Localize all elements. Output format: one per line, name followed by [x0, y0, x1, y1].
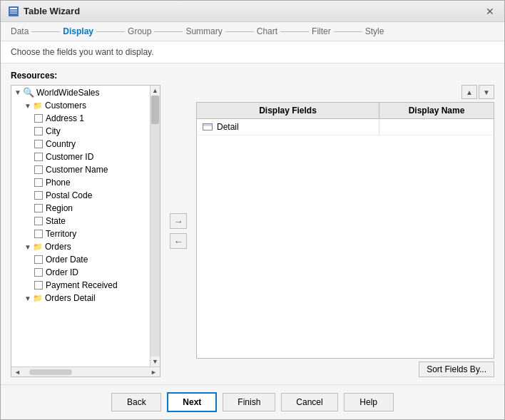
tree-field-customername[interactable]: Customer Name [11, 163, 150, 176]
checkbox-paymentreceived[interactable] [34, 281, 43, 290]
checkbox-territory[interactable] [34, 230, 43, 238]
tree-field-state[interactable]: State [11, 215, 150, 227]
toggle-customers: ▼ [24, 102, 31, 110]
svg-rect-1 [10, 8, 17, 9]
tab-sep-1 [31, 31, 60, 32]
table-wizard-dialog: Table Wizard ✕ Data Display Group Summar… [0, 0, 505, 420]
tree-field-city[interactable]: City [11, 125, 150, 138]
label-region: Region [46, 203, 73, 213]
checkbox-city[interactable] [34, 127, 43, 135]
checkbox-customername[interactable] [34, 165, 43, 174]
horiz-scroll-thumb[interactable] [29, 369, 72, 375]
tree-field-phone[interactable]: Phone [11, 176, 150, 189]
scroll-track[interactable] [151, 96, 160, 357]
label-paymentreceived: Payment Received [46, 280, 118, 290]
wizard-tabs: Data Display Group Summary Chart Filter … [1, 22, 504, 41]
detail-icon [203, 123, 213, 130]
toggle-ordersdetail: ▼ [24, 294, 31, 302]
sort-btn-row: Sort Fields By... [196, 362, 494, 377]
remove-field-button[interactable]: ← [170, 233, 187, 249]
horiz-right-arrows: ► [149, 369, 158, 376]
svg-rect-4 [10, 13, 17, 14]
tab-chart[interactable]: Chart [257, 26, 277, 36]
tree-label-orders: Orders [45, 242, 71, 252]
checkbox-phone[interactable] [34, 178, 43, 187]
tree-field-country[interactable]: Country [11, 138, 150, 150]
main-panels: ▼ 🔍 WorldWideSales ▼ 📁 Customers [11, 85, 494, 377]
fields-table-header: Display Fields Display Name [197, 103, 494, 119]
scroll-up-arrow[interactable]: ▲ [151, 86, 160, 96]
label-customername: Customer Name [46, 165, 108, 175]
next-button[interactable]: Next [167, 392, 217, 412]
content-area: Resources: ▼ 🔍 WorldWideSales ▼ [1, 63, 504, 384]
tree-label-customers: Customers [45, 101, 86, 111]
tree-root[interactable]: ▼ 🔍 WorldWideSales [11, 86, 150, 99]
checkbox-region[interactable] [34, 204, 43, 212]
col-display-fields: Display Fields [197, 103, 379, 118]
checkbox-orderid[interactable] [34, 268, 43, 277]
tab-group[interactable]: Group [128, 26, 151, 36]
tab-display[interactable]: Display [63, 26, 93, 36]
tab-data[interactable]: Data [11, 26, 29, 36]
toggle-orders: ▼ [24, 243, 31, 251]
back-button[interactable]: Back [111, 393, 161, 411]
folder-ordersdetail-icon: 📁 [33, 294, 43, 303]
finish-button[interactable]: Finish [223, 393, 275, 411]
display-name-input[interactable] [385, 122, 488, 132]
scroll-down-arrow[interactable]: ▼ [151, 357, 160, 367]
tree-node-customers[interactable]: ▼ 📁 Customers [11, 99, 150, 112]
add-field-button[interactable]: → [170, 213, 187, 229]
label-orderdate: Order Date [46, 255, 88, 265]
dialog-title: Table Wizard [24, 6, 80, 16]
right-panel: ▲ ▼ Display Fields Display Name Detail [196, 85, 494, 377]
fields-table: Display Fields Display Name Detail [196, 102, 494, 359]
close-button[interactable]: ✕ [483, 4, 497, 19]
tree-field-region[interactable]: Region [11, 202, 150, 215]
label-address1: Address 1 [46, 113, 84, 123]
tab-sep-2 [96, 31, 125, 32]
scroll-thumb[interactable] [151, 96, 159, 124]
search-icon: 🔍 [23, 87, 34, 98]
tab-filter[interactable]: Filter [312, 26, 331, 36]
tab-style[interactable]: Style [365, 26, 384, 36]
sort-fields-button[interactable]: Sort Fields By... [419, 362, 494, 377]
fields-table-body: Detail [197, 119, 494, 358]
resources-label: Resources: [11, 71, 494, 81]
left-panel-scrollbar[interactable]: ▲ ▼ [150, 86, 160, 367]
folder-icon: 📁 [33, 101, 43, 111]
checkbox-postalcode[interactable] [34, 191, 43, 200]
checkbox-country[interactable] [34, 140, 43, 148]
label-city: City [46, 126, 61, 136]
svg-rect-3 [10, 11, 17, 12]
move-down-button[interactable]: ▼ [479, 85, 494, 99]
cancel-button[interactable]: Cancel [281, 393, 337, 411]
move-up-button[interactable]: ▲ [461, 85, 477, 99]
wizard-icon [8, 6, 19, 17]
checkbox-customerid[interactable] [34, 153, 43, 161]
scroll-right-arrow[interactable]: ► [149, 369, 158, 376]
tree-content: ▼ 🔍 WorldWideSales ▼ 📁 Customers [11, 86, 150, 367]
tree-field-customerid[interactable]: Customer ID [11, 150, 150, 163]
tab-summary[interactable]: Summary [185, 26, 222, 36]
tree-label-ordersdetail: Orders Detail [45, 293, 96, 303]
tree-node-orders[interactable]: ▼ 📁 Orders [11, 240, 150, 253]
tab-sep-5 [280, 31, 309, 32]
label-orderid: Order ID [46, 267, 78, 277]
table-row[interactable]: Detail [197, 119, 494, 135]
tree-field-orderdate[interactable]: Order Date [11, 253, 150, 266]
label-customerid: Customer ID [46, 152, 93, 162]
checkbox-address1[interactable] [34, 114, 43, 123]
title-bar-left: Table Wizard [8, 6, 80, 17]
scroll-left-arrow[interactable]: ◄ [13, 369, 22, 376]
tree-field-postalcode[interactable]: Postal Code [11, 189, 150, 202]
tree-node-ordersdetail[interactable]: ▼ 📁 Orders Detail [11, 292, 150, 304]
tree-field-orderid[interactable]: Order ID [11, 266, 150, 279]
tree-field-territory[interactable]: Territory [11, 227, 150, 240]
tree-field-paymentreceived[interactable]: Payment Received [11, 279, 150, 292]
checkbox-state[interactable] [34, 217, 43, 225]
checkbox-orderdate[interactable] [34, 255, 43, 264]
tree-field-address1[interactable]: Address 1 [11, 112, 150, 125]
tab-sep-6 [334, 31, 362, 32]
help-button[interactable]: Help [344, 393, 394, 411]
horiz-scrollbar[interactable]: ◄ ► [11, 367, 160, 377]
